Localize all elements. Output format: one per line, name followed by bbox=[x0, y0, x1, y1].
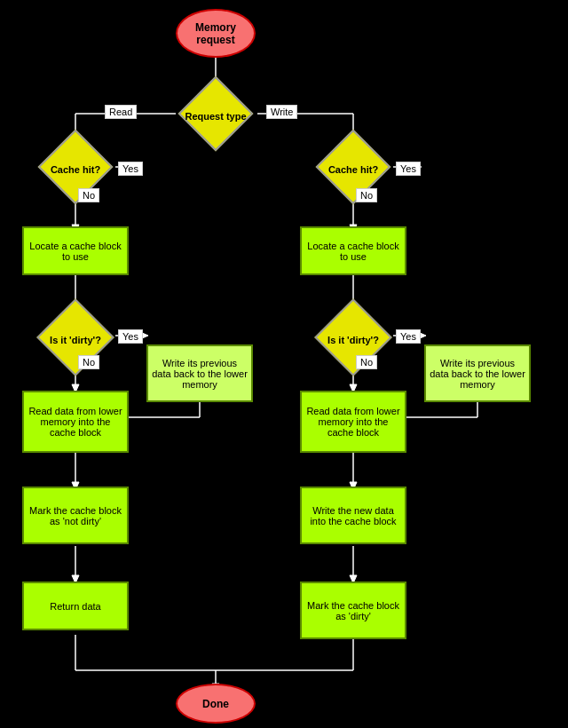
dirty-right-no: No bbox=[356, 355, 377, 369]
return-data-rect: Return data bbox=[22, 582, 129, 630]
mark-not-dirty-rect: Mark the cache block as 'not dirty' bbox=[22, 487, 129, 544]
mark-dirty-rect: Mark the cache block as 'dirty' bbox=[300, 582, 406, 639]
dirty-right-yes: Yes bbox=[396, 329, 421, 344]
cache-hit-left-no: No bbox=[78, 188, 99, 202]
read-lower-left-rect: Read data from lower memory into the cac… bbox=[22, 391, 129, 453]
cache-hit-right-diamond: Cache hit? bbox=[313, 145, 393, 194]
memory-request-node: Memory request bbox=[176, 9, 256, 58]
request-type-diamond: Request type bbox=[176, 91, 256, 140]
dirty-left-diamond: Is it 'dirty'? bbox=[36, 315, 115, 364]
dirty-left-no: No bbox=[78, 355, 99, 369]
write-new-data-rect: Write the new data into the cache block bbox=[300, 487, 406, 544]
locate-left-rect: Locate a cache block to use bbox=[22, 226, 129, 275]
done-node: Done bbox=[176, 684, 256, 724]
read-label: Read bbox=[105, 105, 137, 119]
cache-hit-left-diamond: Cache hit? bbox=[36, 145, 115, 194]
cache-hit-right-yes: Yes bbox=[396, 162, 421, 176]
locate-right-rect: Locate a cache block to use bbox=[300, 226, 406, 275]
write-label: Write bbox=[266, 105, 297, 119]
write-previous-left-rect: Write its previous data back to the lowe… bbox=[146, 344, 253, 402]
write-previous-right-rect: Write its previous data back to the lowe… bbox=[424, 344, 531, 402]
flowchart: Memory request Request type Read Write C… bbox=[0, 0, 568, 728]
cache-hit-right-no: No bbox=[356, 188, 377, 202]
dirty-left-yes: Yes bbox=[118, 329, 143, 344]
read-lower-right-rect: Read data from lower memory into the cac… bbox=[300, 391, 406, 453]
dirty-right-diamond: Is it 'dirty'? bbox=[313, 315, 393, 364]
cache-hit-left-yes: Yes bbox=[118, 162, 143, 176]
